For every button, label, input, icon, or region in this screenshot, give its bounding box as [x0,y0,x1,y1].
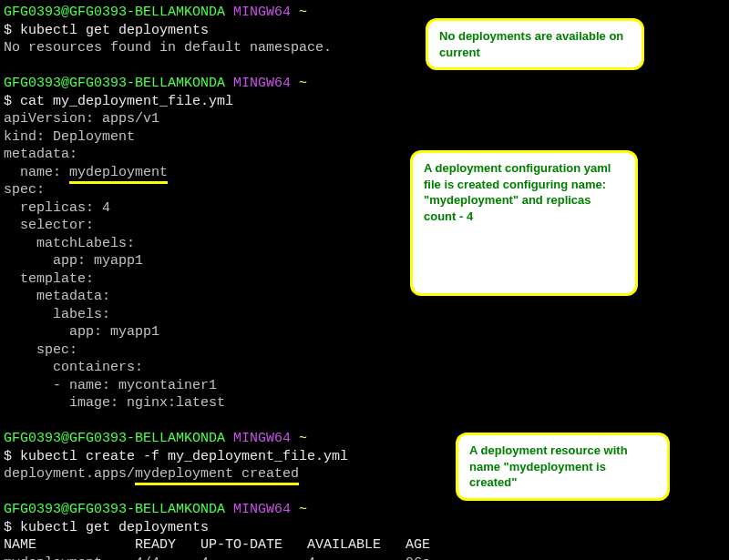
yaml-line: app: myapp1 [4,323,725,341]
dollar-sign: $ [4,23,12,38]
yaml-name-key: name: [4,165,69,180]
yaml-line: kind: Deployment [4,128,725,147]
prompt-line-2: GFG0393@GFG0393-BELLAMKONDA MINGW64 ~ [4,75,725,93]
mingw-label: MINGW64 [233,431,291,446]
user-host-label: GFG0393@GFG0393-BELLAMKONDA [4,431,225,446]
path-tilde: ~ [299,431,307,446]
mingw-label: MINGW64 [233,76,291,91]
deployments-header: NAME READY UP-TO-DATE AVAILABLE AGE [4,536,725,555]
command-text: cat my_deployment_file.yml [20,94,233,109]
callout-no-deployments: No deployments are available on current [426,18,644,70]
path-tilde: ~ [299,5,307,20]
path-tilde: ~ [299,76,307,91]
yaml-line: - name: mycontainer1 [4,377,725,395]
command-text: kubectl create -f my_deployment_file.yml [20,449,348,464]
prompt-line-4: GFG0393@GFG0393-BELLAMKONDA MINGW64 ~ [4,501,725,519]
dollar-sign: $ [4,94,12,109]
user-host-label: GFG0393@GFG0393-BELLAMKONDA [4,502,225,517]
command-line-2: $ cat my_deployment_file.yml [4,93,725,111]
yaml-line: apiVersion: apps/v1 [4,110,725,128]
command-text: kubectl get deployments [20,23,209,38]
dollar-sign: $ [4,449,12,464]
path-tilde: ~ [299,502,307,517]
yaml-line: containers: [4,359,725,377]
yaml-line: spec: [4,341,725,360]
callout-resource-created: A deployment resource with name "mydeplo… [456,433,670,501]
deployments-row: mydeployment 4/4 4 4 96s [4,555,725,561]
mingw-label: MINGW64 [233,502,291,517]
user-host-label: GFG0393@GFG0393-BELLAMKONDA [4,76,225,91]
command-text: kubectl get deployments [20,520,209,535]
user-host-label: GFG0393@GFG0393-BELLAMKONDA [4,5,225,20]
command-line-4: $ kubectl get deployments [4,519,725,537]
callout-yaml-config: A deployment configuration yaml file is … [410,150,638,296]
create-output-prefix: deployment.apps/ [4,466,135,482]
yaml-line: image: nginx:latest [4,394,725,412]
create-output-highlight: mydeployment created [135,466,299,485]
mingw-label: MINGW64 [233,5,291,20]
yaml-line: labels: [4,306,725,324]
yaml-name-highlight: mydeployment [69,165,168,184]
dollar-sign: $ [4,520,12,535]
